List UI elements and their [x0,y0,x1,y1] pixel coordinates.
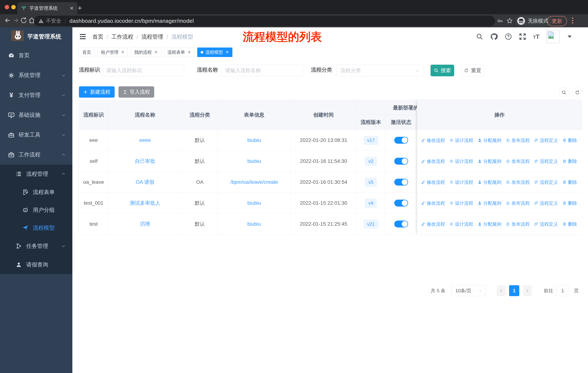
github-icon[interactable] [490,33,498,40]
process-definition-link[interactable]: 流程定义 [534,158,558,164]
avatar[interactable] [546,30,560,43]
publish-process-link[interactable]: 发布流程 [506,137,530,143]
active-toggle[interactable] [394,200,408,207]
active-toggle[interactable] [394,137,408,144]
process-name-link[interactable]: eeee [139,137,151,143]
refresh-table-button[interactable] [572,87,583,98]
publish-process-link[interactable]: 发布流程 [506,221,530,227]
goto-page-input[interactable]: 1 [556,285,569,296]
reload-icon[interactable] [20,17,27,24]
modify-process-link[interactable]: 修改流程 [421,200,445,206]
fullscreen-icon[interactable] [519,33,526,40]
publish-process-link[interactable]: 发布流程 [506,200,530,206]
back-icon[interactable] [4,17,11,24]
current-page-button[interactable]: 1 [509,285,519,296]
sidebar-item-process-management[interactable]: 流程管理 [0,165,72,183]
process-definition-link[interactable]: 流程定义 [534,221,558,227]
design-process-link[interactable]: 设计流程 [449,158,473,164]
sidebar-item-infrastructure[interactable]: 基础设施 [0,105,72,125]
form-info-link[interactable]: biubiu [247,200,261,206]
publish-process-link[interactable]: 发布流程 [506,179,530,185]
active-toggle[interactable] [394,179,408,186]
delete-link[interactable]: 删除 [562,179,577,185]
create-process-button[interactable]: 新建流程 [79,86,115,98]
modify-process-link[interactable]: 修改流程 [421,221,445,227]
sidebar-item-leave-query[interactable]: 请假查询 [0,255,72,274]
key-icon[interactable] [497,18,503,24]
sidebar-item-devtools[interactable]: 研发工具 [0,125,72,145]
assign-rule-link[interactable]: 分配规则 [478,179,501,185]
breadcrumb-process-management[interactable]: 流程管理 [141,33,163,40]
page-size-select[interactable]: 10条/页 [452,285,486,296]
prev-page-button[interactable] [497,285,505,296]
header-search-icon[interactable] [476,33,483,40]
design-process-link[interactable]: 设计流程 [449,221,473,227]
sidebar-item-user-group[interactable]: 用户分组 [0,201,72,219]
sidebar-logo-row[interactable]: 芋道管理系统 [0,27,72,46]
tag-close-icon[interactable]: ✕ [188,50,191,55]
process-name-link[interactable]: OA 请假 [136,179,154,186]
sidebar-item-process-model[interactable]: 流程模型 [0,219,72,237]
sidebar-item-home[interactable]: 首页 [0,46,72,65]
sidebar-item-system[interactable]: 系统管理 [0,65,72,85]
sidebar-collapse-icon[interactable] [79,33,87,40]
publish-process-link[interactable]: 发布流程 [506,158,530,164]
process-name-input[interactable]: 请输入流程名称 [221,65,303,76]
tag-process-model[interactable]: 流程模型✕ [197,48,232,57]
modify-process-link[interactable]: 修改流程 [421,179,445,185]
design-process-link[interactable]: 设计流程 [449,200,473,206]
tag-close-icon[interactable]: ✕ [225,50,229,55]
process-name-link[interactable]: 自己审批 [135,158,155,165]
process-key-input[interactable]: 请输入流程标识 [102,65,184,76]
sidebar-item-task-management[interactable]: 任务管理 [0,237,72,255]
form-info-link[interactable]: /bpm/oa/leave/create [230,179,278,185]
sidebar-item-workflow[interactable]: 工作流程 [0,145,72,165]
tab-close-icon[interactable]: ✕ [70,5,74,11]
tag-close-icon[interactable]: ✕ [121,50,124,55]
form-info-link[interactable]: biubiu [247,221,261,227]
tag-close-icon[interactable]: ✕ [154,50,158,55]
sidebar-item-process-form[interactable]: 流程表单 [0,183,72,201]
font-size-icon[interactable]: TT [533,33,539,40]
process-definition-link[interactable]: 流程定义 [534,137,558,143]
process-definition-link[interactable]: 流程定义 [534,200,558,206]
tag-my-process[interactable]: 我的流程✕ [131,48,161,57]
active-toggle[interactable] [394,158,408,165]
process-definition-link[interactable]: 流程定义 [534,179,558,185]
assign-rule-link[interactable]: 分配规则 [478,158,501,164]
design-process-link[interactable]: 设计流程 [449,137,473,143]
form-info-link[interactable]: biubiu [247,137,261,143]
assign-rule-link[interactable]: 分配规则 [478,200,501,206]
delete-link[interactable]: 删除 [562,137,577,143]
assign-rule-link[interactable]: 分配规则 [478,221,501,227]
not-secure-warning-icon[interactable] [38,18,44,24]
process-category-select[interactable]: 流程分类 [336,65,424,76]
active-toggle[interactable] [394,221,408,227]
next-page-button[interactable] [523,285,532,296]
avatar-caret-icon[interactable] [567,36,572,38]
bookmark-star-icon[interactable] [506,18,513,24]
import-process-button[interactable]: 导入流程 [118,86,154,98]
window-close-button[interactable] [5,5,9,9]
new-tab-button[interactable]: + [78,4,82,12]
help-icon[interactable] [505,33,512,40]
search-button[interactable]: 搜索 [430,65,454,76]
toggle-search-button[interactable] [559,87,569,98]
assign-rule-link[interactable]: 分配规则 [478,137,501,143]
form-info-link[interactable]: biubiu [247,158,261,164]
delete-link[interactable]: 删除 [562,221,577,227]
sidebar-item-payment[interactable]: ¥ 支付管理 [0,85,72,105]
browser-update-button[interactable]: 更新 [547,16,567,26]
tag-home[interactable]: 首页 [79,48,94,57]
process-name-link[interactable]: 测试多审批人 [130,200,160,207]
modify-process-link[interactable]: 修改流程 [421,137,445,143]
tag-process-form[interactable]: 流程表单✕ [164,48,194,57]
delete-link[interactable]: 删除 [562,200,577,206]
browser-tab[interactable]: 芋道管理系统 ✕ [17,2,77,14]
tag-tenant[interactable]: 租户管理✕ [97,48,128,57]
process-name-link[interactable]: 滔博 [140,221,150,227]
reset-button[interactable]: 重置 [461,65,484,76]
browser-menu-icon[interactable] [572,18,573,25]
breadcrumb-workflow[interactable]: 工作流程 [111,33,133,40]
design-process-link[interactable]: 设计流程 [449,179,473,185]
